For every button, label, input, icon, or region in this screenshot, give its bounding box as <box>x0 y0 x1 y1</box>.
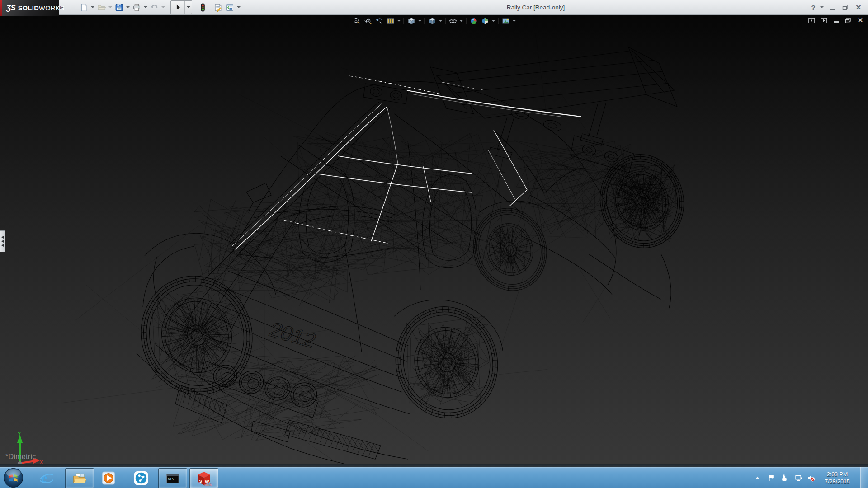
separator <box>404 18 404 24</box>
open-button[interactable] <box>95 1 107 13</box>
main-toolbar <box>78 0 241 14</box>
print-icon <box>132 3 141 12</box>
show-hidden-icons-button[interactable] <box>751 467 763 488</box>
taskbar-windows-explorer[interactable] <box>65 468 94 488</box>
separator <box>498 18 499 24</box>
undo-arrow-icon <box>150 3 159 12</box>
hide-show-items-dropdown[interactable] <box>459 16 464 26</box>
restore-icon <box>842 5 849 10</box>
window-controls: ? ✕ <box>810 0 863 14</box>
solidworks-titlebar: Rally Car [Read-only] <box>0 0 868 15</box>
wireframe-car-canvas[interactable]: 2012 <box>0 14 868 464</box>
taskbar-solidworks[interactable]: S W 2015 <box>189 468 218 488</box>
close-button[interactable]: ✕ <box>854 2 863 12</box>
print-button[interactable] <box>131 1 142 13</box>
panel-left-toggle[interactable] <box>807 17 816 24</box>
restore-button[interactable] <box>840 2 850 12</box>
volume-button[interactable] <box>805 467 816 488</box>
undo-button[interactable] <box>148 1 160 13</box>
media-player-icon <box>101 470 116 486</box>
section-view-icon <box>387 17 394 25</box>
help-button[interactable]: ? <box>810 2 816 12</box>
chevron-up-icon <box>754 474 761 482</box>
apply-scene-button[interactable] <box>480 16 490 26</box>
headsup-view-toolbar <box>352 15 517 26</box>
options-dropdown[interactable] <box>236 1 241 13</box>
file-properties-button[interactable] <box>212 1 224 13</box>
taskbar-internet-explorer[interactable]: e <box>33 468 61 488</box>
file-properties-icon <box>214 3 222 12</box>
document-minimize-button[interactable] <box>832 17 840 24</box>
appearance-sphere-icon <box>470 17 477 25</box>
document-restore-button[interactable] <box>844 17 852 24</box>
traffic-light-icon <box>198 3 207 12</box>
rebuild-button[interactable] <box>197 1 208 13</box>
desktop-screen: Rally Car [Read-only] <box>0 0 868 488</box>
select-arrow-icon <box>174 4 182 11</box>
print-dropdown[interactable] <box>142 1 148 13</box>
new-document-icon <box>80 3 88 12</box>
separator <box>425 18 425 24</box>
ds-logo-mark: ƷS <box>6 4 15 13</box>
view-settings-button[interactable] <box>501 16 511 26</box>
previous-view-button[interactable] <box>374 16 384 26</box>
help-dropdown[interactable] <box>820 2 824 12</box>
feature-panel-collapse-handle[interactable] <box>0 230 5 252</box>
start-orb-icon <box>3 468 24 488</box>
panel-right-toggle[interactable] <box>820 17 828 24</box>
view-orientation-button[interactable] <box>406 16 416 26</box>
windows-taskbar: e <box>0 467 868 488</box>
new-document-button[interactable] <box>78 1 90 13</box>
taskbar-media-player[interactable] <box>94 468 123 488</box>
document-window-controls: ✕ <box>807 17 864 24</box>
document-close-button[interactable]: ✕ <box>856 17 864 24</box>
start-button[interactable] <box>3 468 24 488</box>
volume-muted-icon <box>807 474 815 482</box>
hide-show-items-button[interactable] <box>448 16 458 26</box>
edit-appearance-button[interactable] <box>469 16 479 26</box>
new-document-dropdown[interactable] <box>90 1 95 13</box>
network-monitor-icon <box>795 474 802 482</box>
flag-icon <box>767 474 775 482</box>
windows-explorer-icon <box>72 471 87 486</box>
apply-scene-dropdown[interactable] <box>491 16 496 26</box>
share-app-icon <box>133 470 149 486</box>
logo-red-strip <box>0 0 2 16</box>
select-tool-button[interactable] <box>171 1 184 14</box>
minimize-button[interactable] <box>827 2 837 12</box>
zoom-to-area-button[interactable] <box>363 16 373 26</box>
graphics-viewport[interactable]: 2012 <box>0 14 868 464</box>
panel-left-toggle-icon <box>808 18 815 23</box>
open-dropdown[interactable] <box>107 1 113 13</box>
internet-explorer-icon: e <box>39 470 54 486</box>
document-restore-icon <box>845 18 851 23</box>
display-style-cube-icon <box>428 17 436 25</box>
view-settings-dropdown[interactable] <box>512 16 517 26</box>
section-view-button[interactable] <box>386 16 396 26</box>
solidworks-logo: ƷS SOLIDWORKS <box>0 0 59 16</box>
eyeglasses-icon <box>449 17 457 25</box>
view-orientation-dropdown[interactable] <box>418 16 422 26</box>
select-tool-dropdown[interactable] <box>184 1 192 14</box>
save-dropdown[interactable] <box>125 1 131 13</box>
show-desktop-button[interactable] <box>860 467 868 488</box>
options-button[interactable] <box>224 1 236 13</box>
action-center-button[interactable] <box>765 467 777 488</box>
sw-icon-year: 2015 <box>204 483 212 486</box>
view-settings-icon <box>502 17 509 25</box>
undo-dropdown[interactable] <box>160 1 166 13</box>
display-style-button[interactable] <box>427 16 437 26</box>
power-plug-icon <box>781 474 788 482</box>
separator <box>466 18 467 24</box>
section-view-dropdown[interactable] <box>397 16 401 26</box>
taskbar-share-app[interactable] <box>127 468 155 488</box>
taskbar-command-prompt[interactable]: C:\_ <box>158 468 187 488</box>
taskbar-clock[interactable]: 2:03 PM 7/28/2015 <box>816 467 858 488</box>
network-status-button[interactable] <box>793 467 804 488</box>
display-style-dropdown[interactable] <box>439 16 443 26</box>
cmd-icon-text: C:\_ <box>168 477 176 480</box>
save-button[interactable] <box>113 1 125 13</box>
power-options-button[interactable] <box>778 467 790 488</box>
zoom-to-fit-button[interactable] <box>352 16 362 26</box>
separator <box>445 18 446 24</box>
